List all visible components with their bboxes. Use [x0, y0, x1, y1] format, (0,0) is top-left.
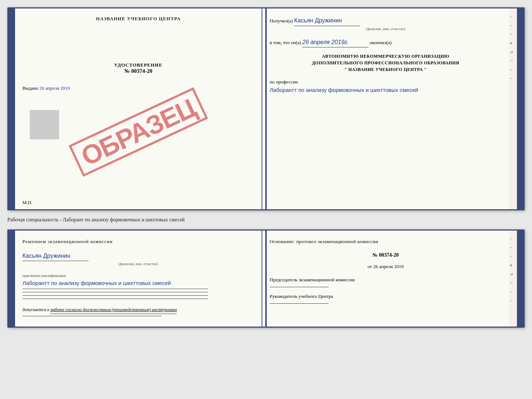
- chairman-block: Председатель экзаменационной комиссии: [270, 276, 502, 287]
- cert-number-block: УДОСТОВЕРЕНИЕ № 00374-20: [22, 62, 254, 74]
- issued-date-value: 26 апреля 2019: [40, 85, 70, 91]
- protocol-date-value: 26 апреля 2019: [373, 264, 404, 269]
- finished-label: окончил(а): [370, 40, 392, 45]
- chairman-label: Председатель экзаменационной комиссии: [270, 276, 502, 284]
- date-from-prefix: от: [367, 264, 372, 269]
- spine-left: [8, 8, 15, 209]
- specialty-line: Рабочая специальность - Лаборант по анал…: [7, 215, 525, 225]
- bottom-left-page: Решением экзаменационной комиссии Касьян…: [15, 231, 262, 327]
- bottom-spine-right: [517, 231, 524, 327]
- bottom-name-line: Касьян Дружинин (фамилия, имя, отчество): [22, 251, 254, 267]
- chairman-signature-line: [270, 287, 328, 287]
- issued-prefix: Выдано: [22, 85, 38, 91]
- recipient-name: Касьян Дружинин: [294, 16, 360, 26]
- bottom-right-page: Основание: протокол экзаменационной коми…: [262, 231, 509, 327]
- right-edge-bottom: – – – и ,а ← – –: [509, 231, 517, 327]
- bottom-name-sublabel: (фамилия, имя, отчество): [22, 261, 254, 267]
- protocol-date: от 26 апреля 2019: [270, 263, 502, 271]
- line2: [22, 292, 208, 292]
- line1: [22, 289, 208, 289]
- profession-label: по профессии: [270, 78, 502, 86]
- spine-right: [517, 8, 524, 209]
- allowed-value: работе согласно должностным (производств…: [50, 306, 177, 314]
- protocol-number: № 00374-20: [270, 251, 502, 259]
- profession-value: Лаборантт по анализу формовочных и шихтт…: [270, 86, 502, 94]
- stamp-area: УДОСТОВЕРЕНИЕ № 00374-20 Выдано 26 апрел…: [22, 62, 254, 202]
- decision-title: Решением экзаменационной комиссии: [22, 238, 254, 246]
- right-edge-top: – – – и ,а ← – –: [509, 8, 517, 209]
- date-line: в том, что он(а) 26 апреля 2019г. окончи…: [270, 38, 502, 48]
- bottom-name-value: Касьян Дружинин: [22, 251, 89, 261]
- line3: [22, 295, 208, 296]
- mp-label: М.П.: [22, 200, 32, 206]
- inst-line3: " НАЗВАНИЕ УЧЕБНОГО ЦЕНТРА ": [270, 66, 502, 73]
- director-label: Руководитель учебного Центра: [270, 293, 502, 300]
- cert-title: НАЗВАНИЕ УЧЕБНОГО ЦЕНТРА: [22, 16, 254, 22]
- recipient-prefix: Получил(а): [270, 18, 293, 24]
- cert-label: УДОСТОВЕРЕНИЕ: [22, 62, 254, 68]
- recipient-line: Получил(а) Касьян Дружинин (фамилия, имя…: [270, 16, 502, 32]
- cert-number: № 00374-20: [22, 68, 254, 74]
- director-block: Руководитель учебного Центра: [270, 293, 502, 304]
- recipient-sublabel: (фамилия, имя, отчество): [270, 26, 502, 32]
- line5: [22, 316, 162, 316]
- bottom-document: Решением экзаменационной комиссии Касьян…: [7, 229, 525, 328]
- bottom-spine-left: [8, 231, 15, 327]
- qualification-value: Лаборантт по анализу формовочных и шихтт…: [22, 279, 254, 287]
- book-left-page: НАЗВАНИЕ УЧЕБНОГО ЦЕНТРА УДОСТОВЕРЕНИЕ №…: [15, 8, 262, 209]
- qualification-label: присвоена квалификация: [22, 272, 254, 279]
- issued-date: Выдано 26 апреля 2019: [22, 85, 254, 91]
- book-right-page: Получил(а) Касьян Дружинин (фамилия, имя…: [262, 8, 509, 209]
- basis-title: Основание: протокол экзаменационной коми…: [270, 238, 502, 246]
- line4: [22, 299, 208, 299]
- allowed-prefix: допускается к: [22, 307, 49, 312]
- page-container: НАЗВАНИЕ УЧЕБНОГО ЦЕНТРА УДОСТОВЕРЕНИЕ №…: [7, 7, 525, 328]
- photo-placeholder: [30, 110, 59, 139]
- inst-line2: ДОПОЛНИТЕЛЬНОГО ПРОФЕССИОНАЛЬНОГО ОБРАЗО…: [270, 60, 502, 66]
- profession-block: по профессии Лаборантт по анализу формов…: [270, 78, 502, 94]
- inst-line1: АВТОНОМНУЮ НЕКОММЕРЧЕСКУЮ ОРГАНИЗАЦИЮ: [270, 53, 502, 60]
- top-document: НАЗВАНИЕ УЧЕБНОГО ЦЕНТРА УДОСТОВЕРЕНИЕ №…: [7, 7, 525, 210]
- obrazec-text: ОБРАЗЕЦ: [69, 87, 208, 177]
- date-value: 26 апреля 2019г.: [302, 38, 369, 48]
- stamp-obrazec: ОБРАЗЕЦ: [33, 77, 243, 187]
- director-signature-line: [270, 303, 328, 304]
- date-prefix: в том, что он(а): [270, 40, 301, 45]
- allowed-block: допускается к работе согласно должностны…: [22, 306, 254, 314]
- institution-block: АВТОНОМНУЮ НЕКОММЕРЧЕСКУЮ ОРГАНИЗАЦИЮ ДО…: [270, 53, 502, 73]
- qualification-block: присвоена квалификация Лаборантт по анал…: [22, 272, 254, 287]
